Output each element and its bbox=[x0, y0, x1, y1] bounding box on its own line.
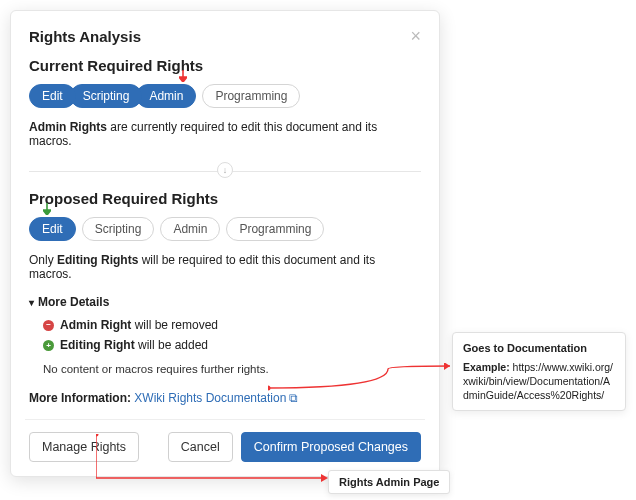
footer-divider bbox=[25, 419, 425, 420]
rights-analysis-modal: Rights Analysis × Current Required Right… bbox=[10, 10, 440, 477]
modal-header: Rights Analysis × bbox=[29, 27, 421, 45]
pill-programming-proposed[interactable]: Programming bbox=[226, 217, 324, 241]
green-arrow-icon bbox=[43, 203, 51, 215]
current-rights-row: Edit Scripting Admin Programming bbox=[29, 84, 421, 108]
pill-admin-current[interactable]: Admin bbox=[136, 84, 196, 108]
no-content-text: No content or macros requires further ri… bbox=[43, 360, 421, 380]
cancel-button[interactable]: Cancel bbox=[168, 432, 233, 462]
proposed-rights-row: Edit Scripting Admin Programming bbox=[29, 217, 421, 241]
more-details-label: More Details bbox=[38, 295, 109, 309]
proposed-desc-prefix: Only bbox=[29, 253, 57, 267]
current-desc: Admin Rights are currently required to e… bbox=[29, 120, 421, 148]
pill-scripting-current[interactable]: Scripting bbox=[70, 84, 143, 108]
modal-title: Rights Analysis bbox=[29, 28, 141, 45]
doc-tooltip-body: Example: https://www.xwiki.org/xwiki/bin… bbox=[463, 360, 615, 403]
proposed-required-heading: Proposed Required Rights bbox=[29, 190, 421, 207]
more-details-toggle[interactable]: ▾ More Details bbox=[29, 295, 421, 309]
detail-add-text: Editing Right will be added bbox=[60, 335, 208, 355]
more-info-label: More Information: bbox=[29, 391, 134, 405]
rights-doc-link[interactable]: XWiki Rights Documentation⧉ bbox=[134, 391, 298, 405]
doc-tooltip-example-label: Example: bbox=[463, 361, 513, 373]
rights-doc-link-text: XWiki Rights Documentation bbox=[134, 391, 286, 405]
current-desc-bold: Admin Rights bbox=[29, 120, 107, 134]
close-icon[interactable]: × bbox=[410, 27, 421, 45]
pill-programming-current[interactable]: Programming bbox=[202, 84, 300, 108]
current-required-heading: Current Required Rights bbox=[29, 57, 421, 74]
pill-scripting-proposed[interactable]: Scripting bbox=[82, 217, 155, 241]
confirm-button[interactable]: Confirm Proposed Changes bbox=[241, 432, 421, 462]
detail-remove-row: − Admin Right will be removed bbox=[43, 315, 421, 335]
doc-tooltip: Goes to Documentation Example: https://w… bbox=[452, 332, 626, 411]
details-body: − Admin Right will be removed + Editing … bbox=[29, 315, 421, 379]
pill-admin-proposed[interactable]: Admin bbox=[160, 217, 220, 241]
red-arrow-icon bbox=[179, 70, 187, 82]
rights-admin-tooltip: Rights Admin Page bbox=[328, 470, 450, 494]
proposed-desc: Only Editing Rights will be required to … bbox=[29, 253, 421, 281]
detail-remove-bold: Admin Right bbox=[60, 318, 131, 332]
doc-tooltip-title: Goes to Documentation bbox=[463, 341, 615, 356]
divider-arrow-icon: ↓ bbox=[217, 162, 233, 178]
detail-add-bold: Editing Right bbox=[60, 338, 135, 352]
external-link-icon: ⧉ bbox=[289, 391, 298, 405]
triangle-down-icon: ▾ bbox=[29, 297, 34, 308]
manage-rights-button[interactable]: Manage Rights bbox=[29, 432, 139, 462]
detail-add-row: + Editing Right will be added bbox=[43, 335, 421, 355]
modal-footer: Manage Rights Cancel Confirm Proposed Ch… bbox=[29, 432, 421, 462]
pill-edit-proposed[interactable]: Edit bbox=[29, 217, 76, 241]
proposed-desc-bold: Editing Rights bbox=[57, 253, 138, 267]
more-info-row: More Information: XWiki Rights Documenta… bbox=[29, 391, 421, 405]
add-dot-icon: + bbox=[43, 340, 54, 351]
detail-remove-rest: will be removed bbox=[131, 318, 218, 332]
remove-dot-icon: − bbox=[43, 320, 54, 331]
detail-remove-text: Admin Right will be removed bbox=[60, 315, 218, 335]
pill-edit-current[interactable]: Edit bbox=[29, 84, 76, 108]
detail-add-rest: will be added bbox=[135, 338, 208, 352]
section-divider: ↓ bbox=[29, 162, 421, 180]
